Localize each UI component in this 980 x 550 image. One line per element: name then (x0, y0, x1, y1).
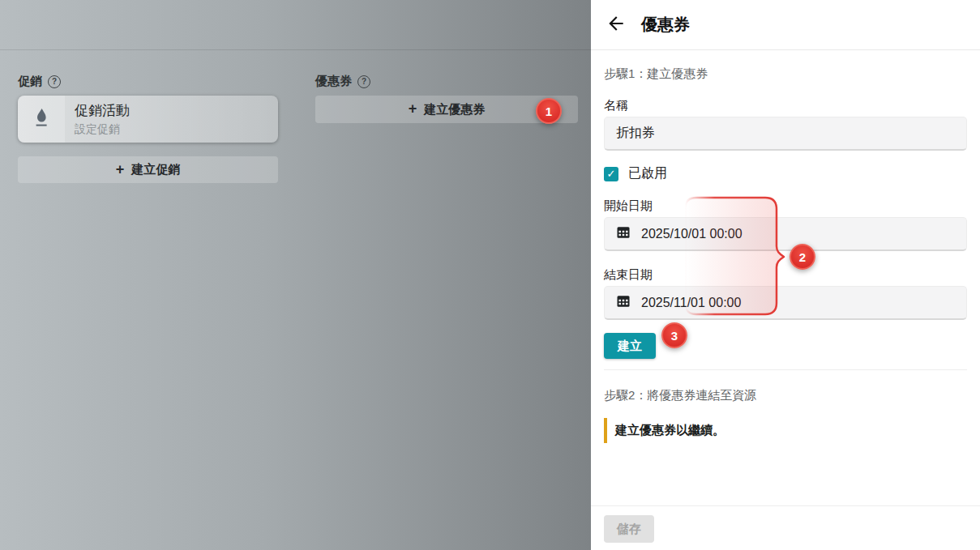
tutorial-badge-2: 2 (790, 244, 815, 270)
start-date-value: 2025/10/01 00:00 (641, 227, 742, 241)
create-promotion-label: 建立促銷 (131, 162, 180, 177)
promotion-campaign-card[interactable]: 促銷活動 設定促銷 (18, 96, 278, 143)
arrow-back-icon (606, 13, 627, 36)
enabled-checkbox-row: ✓ 已啟用 (604, 165, 967, 182)
plus-icon: + (116, 162, 125, 177)
calendar-icon (616, 225, 631, 243)
panel-footer: 儲存 (591, 505, 980, 550)
create-coupon-label: 建立優惠券 (424, 102, 485, 117)
help-icon[interactable]: ? (357, 75, 370, 88)
coupon-side-panel: 優惠券 步驟1：建立優惠券 名稱 ✓ 已啟用 開始日期 (591, 0, 980, 550)
dimmed-background-page: 促銷 ? 促銷活動 設定促銷 + 建立促銷 優惠券 ? (0, 0, 591, 550)
promotion-section-header: 促銷 ? (18, 74, 61, 89)
app-topbar (0, 0, 591, 50)
screen: 促銷 ? 促銷活動 設定促銷 + 建立促銷 優惠券 ? (0, 0, 980, 550)
back-button[interactable] (605, 14, 627, 36)
coupon-header-label: 優惠券 (315, 74, 352, 89)
start-date-input[interactable]: 2025/10/01 00:00 (604, 217, 967, 251)
promotion-drop-icon (33, 108, 49, 130)
tutorial-badge-1: 1 (536, 98, 562, 124)
promotion-card-subtitle: 設定促銷 (75, 122, 130, 137)
panel-title: 優惠券 (641, 14, 690, 36)
coupon-section-header: 優惠券 ? (315, 74, 370, 89)
name-label: 名稱 (604, 98, 967, 113)
create-coupon-submit-button[interactable]: 建立 (604, 333, 656, 359)
promotion-card-icon-column (18, 96, 65, 143)
badge-2-number: 2 (799, 250, 806, 264)
promotion-card-text: 促銷活動 設定促銷 (65, 96, 130, 143)
help-icon[interactable]: ? (48, 75, 61, 88)
promotion-card-title: 促銷活動 (75, 101, 130, 120)
panel-header: 優惠券 (591, 0, 980, 50)
create-promotion-button[interactable]: + 建立促銷 (18, 156, 278, 183)
end-date-input[interactable]: 2025/11/01 00:00 (604, 286, 967, 320)
enabled-checkbox[interactable]: ✓ (604, 167, 618, 181)
start-date-label: 開始日期 (604, 198, 967, 214)
badge-1-number: 1 (546, 104, 552, 118)
step1-heading: 步驟1：建立優惠券 (604, 66, 967, 82)
badge-3-number: 3 (671, 329, 678, 343)
end-date-value: 2025/11/01 00:00 (641, 296, 741, 310)
step2-heading: 步驟2：將優惠券連結至資源 (604, 388, 967, 403)
enabled-label: 已啟用 (628, 165, 667, 182)
panel-body: 步驟1：建立優惠券 名稱 ✓ 已啟用 開始日期 (591, 50, 980, 505)
coupon-name-input[interactable] (604, 117, 967, 151)
continue-note: 建立優惠券以繼續。 (604, 418, 967, 443)
check-icon: ✓ (607, 168, 616, 180)
section-divider (604, 369, 967, 370)
end-date-label: 結束日期 (604, 267, 967, 283)
plus-icon: + (409, 101, 417, 116)
save-button[interactable]: 儲存 (604, 515, 654, 543)
calendar-icon (616, 294, 631, 312)
tutorial-badge-3: 3 (661, 322, 687, 348)
promotion-header-label: 促銷 (18, 74, 42, 89)
